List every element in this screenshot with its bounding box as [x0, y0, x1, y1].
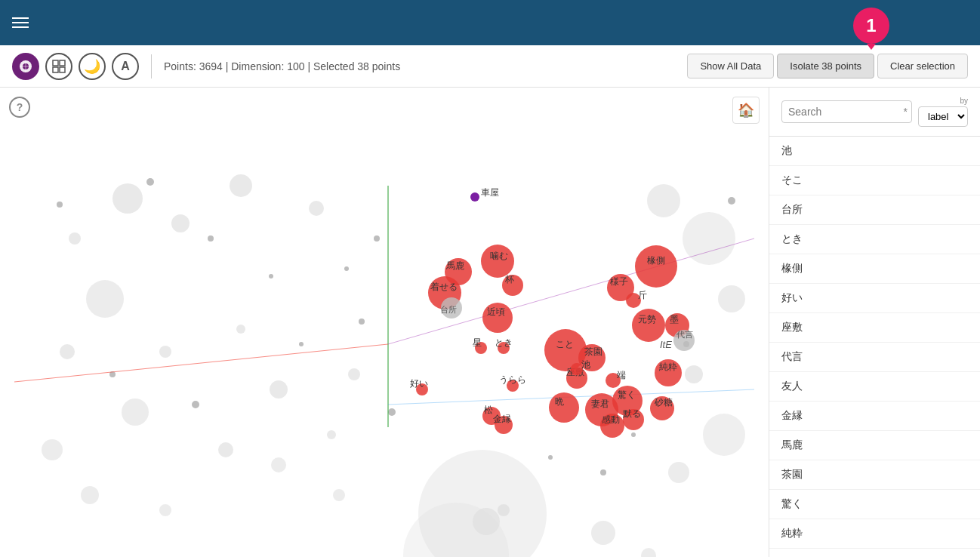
- list-item[interactable]: 池: [769, 137, 980, 166]
- svg-text:こと: こと: [556, 339, 574, 349]
- svg-rect-5: [60, 60, 65, 66]
- svg-point-46: [359, 319, 365, 325]
- svg-point-36: [333, 489, 345, 501]
- list-item[interactable]: 純粋: [769, 519, 980, 549]
- clear-selection-button[interactable]: Clear selection: [877, 54, 968, 78]
- svg-rect-4: [53, 60, 58, 66]
- list-item[interactable]: 友人: [769, 372, 980, 402]
- search-container[interactable]: *: [781, 100, 912, 123]
- toolbar-buttons: Show All Data Isolate 38 points Clear se…: [687, 54, 968, 78]
- badge-arrow: [867, 44, 876, 50]
- svg-point-8: [112, 183, 143, 214]
- grid-icon[interactable]: [45, 53, 72, 80]
- svg-point-41: [208, 235, 214, 242]
- svg-point-27: [703, 414, 745, 456]
- list-item[interactable]: 茶園: [769, 460, 980, 490]
- svg-point-31: [498, 504, 510, 516]
- svg-point-59: [470, 192, 479, 202]
- svg-point-11: [230, 174, 252, 197]
- svg-point-25: [718, 285, 745, 312]
- moon-icon[interactable]: 🌙: [79, 53, 106, 80]
- toolbar: 🌙 A Points: 3694 | Dimension: 100 | Sele…: [0, 45, 980, 88]
- search-asterisk: *: [904, 106, 908, 118]
- svg-text:池: 池: [581, 359, 590, 370]
- svg-text:驚く: 驚く: [618, 389, 636, 400]
- home-icon[interactable]: 🏠: [732, 97, 760, 124]
- text-icon[interactable]: A: [112, 53, 139, 80]
- svg-point-44: [192, 401, 199, 408]
- svg-point-42: [269, 274, 273, 278]
- label-select-container: by label: [918, 97, 968, 127]
- svg-point-9: [171, 214, 190, 232]
- list-item[interactable]: 驚く: [769, 490, 980, 519]
- svg-text:台所: 台所: [440, 305, 457, 314]
- svg-text:椽側: 椽側: [647, 255, 665, 266]
- svg-text:噛む: 噛む: [490, 251, 508, 261]
- svg-point-22: [327, 430, 336, 439]
- svg-text:好い: 好い: [410, 378, 428, 389]
- svg-point-12: [309, 201, 324, 216]
- svg-rect-7: [60, 67, 65, 72]
- svg-point-51: [600, 469, 606, 475]
- svg-text:松: 松: [484, 405, 493, 415]
- label-select[interactable]: label: [918, 106, 968, 127]
- list-item[interactable]: 太れる: [769, 549, 980, 557]
- notification-badge-container: 1: [853, 8, 889, 44]
- svg-text:默る: 默る: [622, 408, 641, 419]
- svg-text:金縁: 金縁: [493, 414, 511, 424]
- notification-badge: 1: [853, 8, 889, 44]
- list-item[interactable]: 台所: [769, 195, 980, 225]
- svg-point-21: [218, 442, 233, 457]
- svg-point-15: [159, 346, 171, 358]
- svg-point-52: [548, 455, 553, 460]
- svg-point-16: [236, 325, 245, 334]
- app-header: 1: [0, 0, 980, 45]
- help-icon[interactable]: ?: [9, 97, 30, 118]
- svg-point-14: [60, 344, 75, 359]
- search-input[interactable]: [781, 100, 912, 123]
- show-all-button[interactable]: Show All Data: [687, 54, 774, 78]
- isolate-button[interactable]: Isolate 38 points: [777, 54, 874, 78]
- visualization-area[interactable]: ? 🏠: [0, 88, 769, 557]
- svg-text:純粋: 純粋: [659, 362, 677, 372]
- svg-point-19: [122, 399, 149, 426]
- svg-text:墨: 墨: [670, 314, 679, 325]
- svg-point-37: [591, 521, 615, 545]
- svg-text:星: 星: [473, 337, 482, 348]
- list-item[interactable]: 座敷: [769, 313, 980, 343]
- scatter-canvas[interactable]: 車屋 噛む 馬鹿 杯 着せる 台所 近頃 星 とき: [0, 88, 769, 557]
- list-item[interactable]: そこ: [769, 166, 980, 195]
- svg-point-81: [635, 245, 677, 288]
- toolbar-divider: [151, 54, 152, 78]
- list-item[interactable]: 金縁: [769, 402, 980, 431]
- list-item[interactable]: 馬鹿: [769, 431, 980, 460]
- svg-point-40: [146, 178, 154, 186]
- svg-point-50: [631, 432, 636, 437]
- list-item[interactable]: 代言: [769, 343, 980, 372]
- svg-point-53: [374, 235, 380, 242]
- right-panel: * by label 池 そこ 台所 とき 椽側 好い 座敷 代言 友人 金縁 …: [769, 88, 980, 557]
- list-item[interactable]: 椽側: [769, 254, 980, 284]
- svg-text:端: 端: [617, 370, 626, 380]
- svg-point-33: [81, 486, 99, 504]
- scatter-plot-icon[interactable]: [12, 53, 39, 80]
- main-content: ? 🏠: [0, 88, 980, 557]
- svg-text:砂糖: 砂糖: [654, 397, 673, 408]
- list-item[interactable]: とき: [769, 225, 980, 254]
- toolbar-stats: Points: 3694 | Dimension: 100 | Selected…: [164, 60, 400, 72]
- svg-point-54: [344, 266, 349, 271]
- svg-point-17: [270, 380, 288, 399]
- svg-point-18: [348, 368, 360, 380]
- svg-text:近頃: 近頃: [487, 306, 505, 317]
- svg-rect-3: [26, 60, 26, 72]
- tool-icons: 🌙 A: [12, 53, 139, 80]
- list-item[interactable]: 好い: [769, 284, 980, 313]
- svg-point-105: [549, 392, 579, 423]
- panel-list: 池 そこ 台所 とき 椽側 好い 座敷 代言 友人 金縁 馬鹿 茶園 驚く 純粋…: [769, 137, 980, 557]
- menu-icon[interactable]: [12, 17, 29, 28]
- svg-point-45: [299, 342, 304, 346]
- by-label: by: [960, 97, 968, 105]
- svg-rect-6: [53, 67, 58, 72]
- svg-text:妻君: 妻君: [591, 399, 609, 409]
- svg-point-47: [388, 408, 396, 416]
